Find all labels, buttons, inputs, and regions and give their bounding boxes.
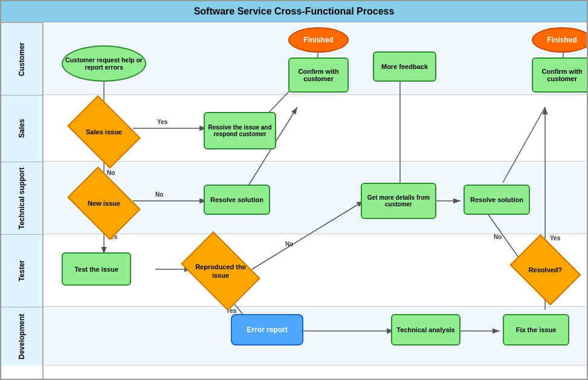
resolve-solution-1-shape: Resolve solution [204,185,270,215]
lane-label-development: Development [1,307,42,365]
main-container: Software Service Cross-Functional Proces… [0,0,588,380]
confirm-customer-2-shape: Confirm with customer [532,57,587,93]
finished-2-shape: Finished [532,27,587,53]
reproduced-diamond: Reproduced the issue [187,248,254,294]
more-feedback-shape: More feedback [373,51,436,82]
resolve-issue-shape: Resolve the issue and respond customer [204,112,276,149]
resolved-diamond: Resolved? [517,248,574,292]
lane-label-tester: Tester [1,234,42,307]
sales-issue-diamond: Sales issue [74,110,134,154]
confirm-customer-1-shape: Confirm with customer [288,57,349,93]
lane-label-tech-support: Technical support [1,162,42,234]
technical-analysis-shape: Technical analysis [391,314,460,346]
diagram-area: Yes No No Yes [44,22,587,379]
customer-request-shape: Customer request help or report errors [62,45,146,82]
swimlane-labels: Customer Sales Technical support Tester … [1,22,44,379]
lane-label-customer: Customer [1,22,42,95]
lane-label-sales: Sales [1,95,42,162]
finished-1-shape: Finished [288,27,349,53]
content-area: Customer Sales Technical support Tester … [1,22,587,379]
new-issue-diamond: New issue [74,182,134,225]
resolve-solution-2-shape: Resolve solution [464,185,530,215]
test-issue-shape: Test the issue [62,252,131,286]
error-report-shape: Error report [231,314,303,346]
fix-issue-shape: Fix the issue [503,314,569,346]
title: Software Service Cross-Functional Proces… [1,1,587,22]
get-more-details-shape: Get more details from customer [361,183,436,219]
